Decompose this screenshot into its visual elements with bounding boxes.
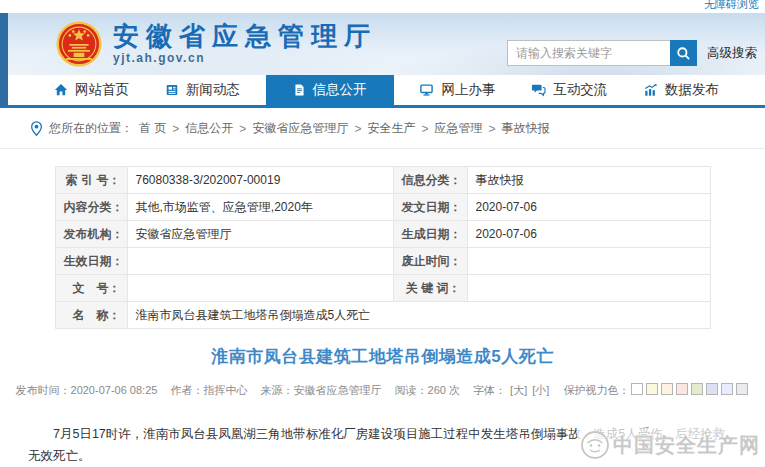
home-icon [54, 83, 68, 97]
eye-color-swatch[interactable] [631, 383, 643, 395]
nav-item-data-release[interactable]: 数据发布 [633, 75, 729, 105]
advanced-search-link[interactable]: 高级搜索 [707, 45, 757, 62]
breadcrumb-work-safety[interactable]: 安全生产 [367, 120, 415, 137]
view-count: 阅读：260 次 [395, 384, 460, 396]
info-value [467, 275, 710, 302]
nav-item-label: 信息公开 [313, 81, 367, 99]
eye-color-swatch[interactable] [646, 383, 658, 395]
main-nav: 网站首页 新闻动态 信息公开 网上办事 互动交流 数据发布 [8, 75, 765, 108]
info-value [467, 248, 710, 275]
eye-protection-colors: 保护视力色： [563, 384, 749, 396]
info-value [127, 248, 393, 275]
site-logo-link[interactable]: 安徽省应急管理厅 yjt.ah.gov.cn [56, 21, 377, 67]
info-label: 废止时间： [393, 248, 467, 275]
info-value: 2020-07-06 [467, 194, 710, 221]
info-label: 生效日期： [55, 248, 127, 275]
chart-icon [643, 83, 658, 97]
table-row: 文 号： 关 键 词： [55, 275, 710, 302]
news-icon [165, 83, 179, 97]
eye-color-swatch[interactable] [676, 383, 688, 395]
nav-item-label: 数据发布 [665, 81, 719, 99]
info-label: 内容分类： [55, 194, 127, 221]
nav-item-label: 互动交流 [553, 81, 607, 99]
eye-color-swatch[interactable] [661, 383, 673, 395]
author: 作者：指挥中心 [170, 384, 247, 396]
info-value: 其他,市场监管、应急管理,2020年 [127, 194, 393, 221]
breadcrumb-accident-report[interactable]: 事故快报 [501, 120, 549, 137]
table-row: 索 引 号： 76080338-3/202007-00019 信息分类： 事故快… [55, 167, 710, 194]
nav-item-home[interactable]: 网站首页 [44, 75, 139, 105]
info-value [127, 275, 393, 302]
eye-color-swatch[interactable] [736, 383, 748, 395]
info-label: 文 号： [55, 275, 127, 302]
nav-item-label: 网站首页 [75, 81, 129, 99]
article-meta: 发布时间：2020-07-06 08:25 作者：指挥中心 来源：安徽省应急管理… [0, 383, 765, 398]
eye-color-swatch[interactable] [706, 383, 718, 395]
table-row: 发布机构： 安徽省应急管理厅 生成日期： 2020-07-06 [55, 221, 710, 248]
article-body-paragraph: 7月5日17时许，淮南市凤台县凤凰湖三角地带标准化厂房建设项目施工过程中发生塔吊… [28, 424, 737, 467]
national-emblem-icon [56, 21, 102, 67]
publish-time: 发布时间：2020-07-06 08:25 [16, 384, 158, 396]
info-label: 信息分类： [393, 167, 467, 194]
info-value: 76080338-3/202007-00019 [127, 167, 393, 194]
table-row: 内容分类： 其他,市场监管、应急管理,2020年 发文日期： 2020-07-0… [55, 194, 710, 221]
table-row: 生效日期： 废止时间： [55, 248, 710, 275]
info-label: 名 称： [55, 302, 127, 329]
info-label: 发文日期： [393, 194, 467, 221]
eye-color-swatch[interactable] [721, 383, 733, 395]
nav-item-online-services[interactable]: 网上办事 [409, 75, 505, 105]
accessibility-link[interactable]: 无障碍浏览 [704, 0, 759, 12]
info-label: 索 引 号： [55, 167, 127, 194]
header-search: 高级搜索 [507, 40, 757, 66]
breadcrumb-info-disclosure[interactable]: 信息公开 [185, 120, 233, 137]
nav-item-interaction[interactable]: 互动交流 [521, 75, 617, 105]
breadcrumb-prefix: 您所在的位置： [49, 120, 133, 137]
font-larger-button[interactable]: [大] [510, 384, 527, 396]
site-header: 安徽省应急管理厅 yjt.ah.gov.cn 高级搜索 [8, 13, 765, 75]
font-size-controls: 字体： [大] [小] [473, 384, 553, 396]
breadcrumb-emergency-mgmt[interactable]: 应急管理 [434, 120, 482, 137]
top-bar: 无障碍浏览 [0, 0, 765, 13]
info-label: 发布机构： [55, 221, 127, 248]
nav-item-news[interactable]: 新闻动态 [155, 75, 250, 105]
info-value: 事故快报 [467, 167, 710, 194]
document-icon [293, 83, 306, 97]
document-info-table: 索 引 号： 76080338-3/202007-00019 信息分类： 事故快… [55, 166, 711, 329]
breadcrumb-department[interactable]: 安徽省应急管理厅 [252, 120, 348, 137]
page-left-edge [0, 13, 8, 108]
info-value: 2020-07-06 [467, 221, 710, 248]
info-label: 关 键 词： [393, 275, 467, 302]
site-url: yjt.ah.gov.cn [113, 51, 377, 65]
site-title: 安徽省应急管理厅 [113, 23, 377, 50]
search-icon [676, 46, 691, 61]
monitor-icon [419, 83, 434, 97]
table-row: 名 称： 淮南市凤台县建筑工地塔吊倒塌造成5人死亡 [55, 302, 710, 329]
info-value: 安徽省应急管理厅 [127, 221, 393, 248]
source: 来源：安徽省应急管理厅 [261, 384, 382, 396]
info-value: 淮南市凤台县建筑工地塔吊倒塌造成5人死亡 [127, 302, 710, 329]
nav-item-label: 网上办事 [441, 81, 495, 99]
location-pin-icon [30, 121, 43, 136]
eye-color-swatch[interactable] [691, 383, 703, 395]
nav-item-label: 新闻动态 [186, 81, 240, 99]
search-button[interactable] [670, 40, 697, 66]
chat-icon [531, 83, 546, 97]
font-smaller-button[interactable]: [小] [532, 384, 549, 396]
search-input[interactable] [507, 40, 670, 66]
nav-item-info-disclosure[interactable]: 信息公开 [266, 75, 394, 105]
breadcrumb-home[interactable]: 首 页 [139, 120, 166, 137]
info-label: 生成日期： [393, 221, 467, 248]
article-title: 淮南市凤台县建筑工地塔吊倒塌造成5人死亡 [20, 345, 745, 368]
eye-color-swatches [629, 384, 749, 396]
breadcrumb: 您所在的位置： 首 页 > 信息公开 > 安徽省应急管理厅 > 安全生产 > 应… [0, 108, 765, 149]
